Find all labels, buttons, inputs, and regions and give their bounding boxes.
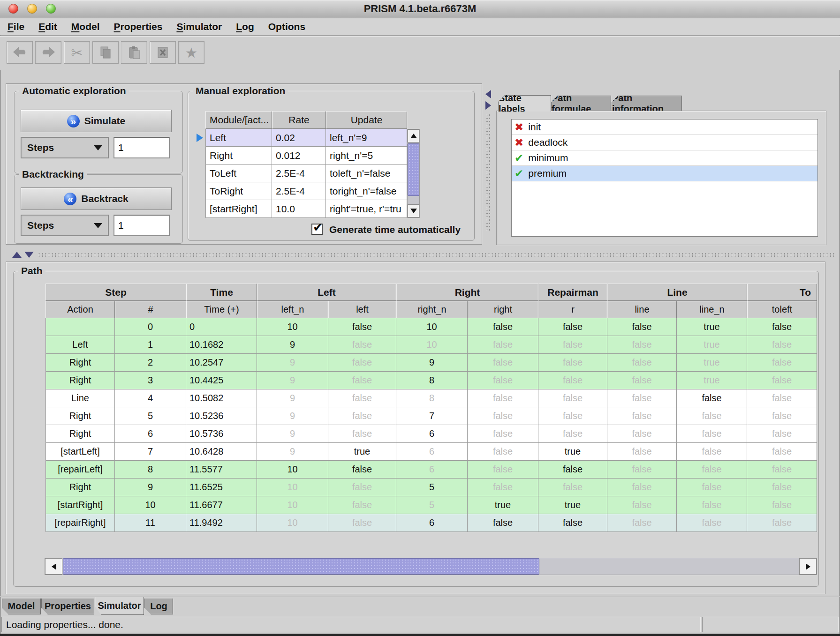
tab-path-information[interactable]: Path information xyxy=(612,96,682,111)
menu-simulator[interactable]: Simulator xyxy=(176,21,222,32)
path-column-header-[interactable]: # xyxy=(115,301,186,318)
state-label-premium[interactable]: ✔premium xyxy=(512,166,817,181)
tab-log[interactable]: Log xyxy=(144,599,173,614)
path-step-row[interactable]: Right911.652510false5falsefalsefalsefals… xyxy=(45,479,817,496)
path-step-row[interactable]: [repairLeft]811.557710false6falsefalsefa… xyxy=(45,461,817,479)
manual-choice-row[interactable]: ToLeft2.5E-4toleft_n'=false xyxy=(205,165,407,182)
path-column-header-right-n[interactable]: right_n xyxy=(396,301,468,318)
path-step-row[interactable]: [startLeft]710.64289true6falsetruefalsef… xyxy=(45,443,817,461)
path-group-header-line[interactable]: Line xyxy=(607,284,747,301)
tab-model[interactable]: Model xyxy=(2,599,41,614)
manual-table-scrollbar[interactable] xyxy=(407,129,420,218)
generate-time-checkbox[interactable]: ✔ xyxy=(311,224,323,235)
state-label-minimum[interactable]: ✔minimum xyxy=(512,150,817,166)
path-cell-left-n: 9 xyxy=(257,407,328,425)
cut-button[interactable]: ✂ xyxy=(64,41,90,64)
scrollbar-thumb[interactable] xyxy=(408,143,419,196)
path-group-header-left[interactable]: Left xyxy=(257,284,396,301)
path-step-row[interactable]: Right510.52369false7falsefalsefalsefalse… xyxy=(45,407,817,425)
tab-simulator[interactable]: Simulator xyxy=(95,597,144,615)
path-column-header-time[interactable]: Time (+) xyxy=(186,301,257,318)
path-cell-time: 11.9492 xyxy=(186,514,257,532)
backtrack-button[interactable]: « Backtrack xyxy=(21,187,172,210)
menu-edit[interactable]: Edit xyxy=(38,21,57,32)
menu-log[interactable]: Log xyxy=(236,21,254,32)
state-label-deadlock[interactable]: ✖deadlock xyxy=(512,135,817,150)
scroll-up-button[interactable] xyxy=(408,129,419,142)
path-step-row[interactable]: [startRight]1011.667710false5truetruefal… xyxy=(45,496,817,514)
path-group-header-step[interactable]: Step xyxy=(45,284,186,301)
path-cell-left-n: 9 xyxy=(257,443,328,461)
path-step-row[interactable]: Right310.44259false8falsefalsefalsetruef… xyxy=(45,372,817,389)
manual-exploration-table: Module/[act...RateUpdateLeft0.02left_n'=… xyxy=(205,111,407,218)
path-column-header-line-n[interactable]: line_n xyxy=(677,301,747,318)
path-step-row[interactable]: Right210.25479false9falsefalsefalsetruef… xyxy=(45,354,817,372)
menu-properties[interactable]: Properties xyxy=(114,21,163,32)
tab-properties[interactable]: Properties xyxy=(41,599,94,614)
path-cell-action: Right xyxy=(45,479,115,496)
collapse-left-icon[interactable] xyxy=(485,90,491,98)
path-cell-right: true xyxy=(468,496,538,514)
back-arrow-button[interactable] xyxy=(7,41,33,64)
path-column-header-line[interactable]: line xyxy=(607,301,677,318)
expand-down-icon[interactable] xyxy=(24,252,34,258)
path-cell-left: false xyxy=(328,496,396,514)
path-column-header-left-n[interactable]: left_n xyxy=(257,301,328,318)
simulate-button[interactable]: » Simulate xyxy=(21,110,172,132)
path-cell-left-n: 10 xyxy=(257,514,328,532)
menu-model[interactable]: Model xyxy=(71,21,100,32)
manual-column-header-rate[interactable]: Rate xyxy=(272,111,326,129)
manual-exploration-title: Manual exploration xyxy=(193,85,288,97)
path-cell-: 2 xyxy=(115,354,186,372)
manual-choice-row[interactable]: [startRight]10.0right'=true, r'=tru xyxy=(205,200,407,218)
menu-file[interactable]: File xyxy=(8,21,24,32)
horizontal-splitter[interactable] xyxy=(0,250,840,259)
star-button[interactable]: ★ xyxy=(178,41,204,64)
delete-button[interactable] xyxy=(150,41,176,64)
path-step-row[interactable]: Line410.50829false8falsefalsefalsefalsef… xyxy=(45,389,817,407)
manual-column-header-update[interactable]: Update xyxy=(326,111,407,129)
manual-cell-rate: 0.012 xyxy=(272,147,326,165)
path-group-header-time[interactable]: Time xyxy=(186,284,257,301)
path-step-row[interactable]: Right610.57369false6falsefalsefalsefalse… xyxy=(45,425,817,443)
path-cell-line: false xyxy=(607,443,677,461)
path-step-row[interactable]: [repairRight]1111.949210false6falsefalse… xyxy=(45,514,817,532)
scroll-right-button[interactable] xyxy=(799,558,817,575)
scroll-down-button[interactable] xyxy=(408,204,419,217)
vertical-splitter[interactable] xyxy=(484,83,492,245)
tab-state-labels[interactable]: State labels xyxy=(498,95,551,112)
menu-options[interactable]: Options xyxy=(268,21,305,32)
manual-choice-row[interactable]: ToRight2.5E-4toright_n'=false xyxy=(205,182,407,200)
manual-choice-row[interactable]: Left0.02left_n'=9 xyxy=(205,129,407,147)
path-column-header-right[interactable]: right xyxy=(468,301,538,318)
path-column-header-action[interactable]: Action xyxy=(45,301,115,318)
simulate-steps-input[interactable] xyxy=(114,137,170,158)
path-cell-left-n: 10 xyxy=(257,318,328,336)
scrollbar-thumb[interactable] xyxy=(63,558,539,575)
path-group-header-to[interactable]: To xyxy=(747,284,817,301)
expand-right-icon[interactable] xyxy=(485,101,491,110)
path-horizontal-scrollbar[interactable] xyxy=(45,558,817,575)
scroll-left-button[interactable] xyxy=(45,558,62,575)
path-cell-left: false xyxy=(328,389,396,407)
simulate-steps-dropdown[interactable]: Steps xyxy=(21,137,109,158)
paste-button[interactable] xyxy=(121,41,147,64)
path-column-header-left[interactable]: left xyxy=(328,301,396,318)
state-label-name: minimum xyxy=(528,152,568,164)
tab-path-formulae[interactable]: Path formulae xyxy=(551,96,611,111)
manual-choice-row[interactable]: Right0.012right_n'=5 xyxy=(205,147,407,165)
state-label-init[interactable]: ✖init xyxy=(512,120,817,135)
copy-button[interactable] xyxy=(92,41,119,64)
path-column-header-r[interactable]: r xyxy=(538,301,607,318)
backtrack-steps-dropdown[interactable]: Steps xyxy=(21,215,109,236)
path-step-row[interactable]: 0010false10falsefalsefalsetruefalse xyxy=(45,318,817,336)
forward-arrow-button[interactable] xyxy=(35,41,61,64)
rewind-icon: « xyxy=(64,193,76,205)
path-group-header-repairman[interactable]: Repairman xyxy=(538,284,607,301)
path-column-header-toleft[interactable]: toleft xyxy=(747,301,817,318)
path-step-row[interactable]: Left110.16829false10falsefalsefalsetruef… xyxy=(45,336,817,354)
backtrack-steps-input[interactable] xyxy=(114,215,170,236)
collapse-up-icon[interactable] xyxy=(12,252,22,258)
manual-column-header-module-act[interactable]: Module/[act... xyxy=(205,111,272,129)
path-group-header-right[interactable]: Right xyxy=(396,284,538,301)
